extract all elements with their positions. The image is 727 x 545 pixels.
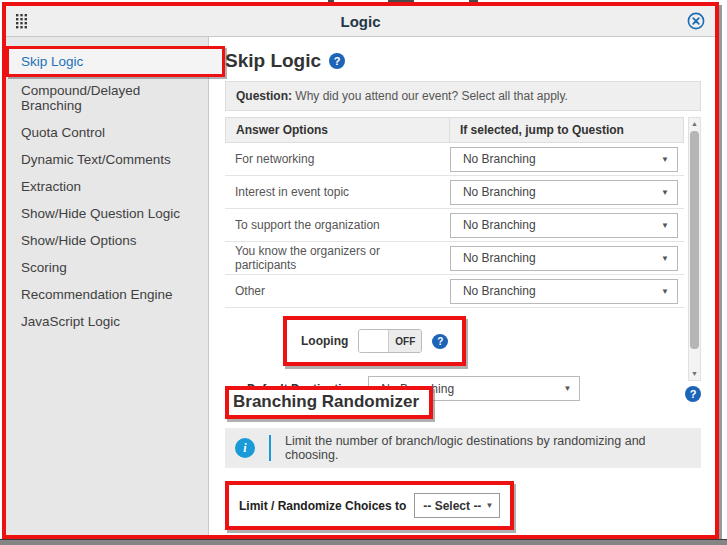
chevron-down-icon: ▼ bbox=[661, 254, 669, 263]
answer-option-label: You know the organizers or participants bbox=[225, 244, 450, 272]
page-background: Logic Skip Logic Compound/Delayed Branch… bbox=[0, 0, 727, 545]
randomizer-annotation-box: Branching Randomizer bbox=[225, 386, 433, 419]
background-page-strip bbox=[0, 539, 727, 545]
dropdown-value: No Branching bbox=[463, 185, 536, 199]
scrollbar-thumb[interactable] bbox=[690, 131, 699, 349]
jump-to-question-dropdown[interactable]: No Branching ▼ bbox=[450, 180, 678, 205]
info-icon: i bbox=[235, 438, 255, 458]
logic-modal: Logic Skip Logic Compound/Delayed Branch… bbox=[2, 2, 719, 539]
answer-option-label: Other bbox=[225, 284, 450, 298]
sidebar-item-show-hide-options[interactable]: Show/Hide Options bbox=[6, 227, 208, 254]
chevron-down-icon: ▼ bbox=[485, 501, 493, 510]
sidebar-item-skip-logic[interactable]: Skip Logic bbox=[6, 46, 225, 77]
table-row: To support the organization No Branching… bbox=[225, 209, 684, 242]
answer-option-label: Interest in event topic bbox=[225, 185, 450, 199]
panel-title: Skip Logic bbox=[225, 50, 321, 72]
limit-randomize-select[interactable]: -- Select -- ▼ bbox=[414, 493, 500, 518]
sidebar-item-show-hide-question-logic[interactable]: Show/Hide Question Logic bbox=[6, 200, 208, 227]
table-header-row: Answer Options If selected, jump to Ques… bbox=[225, 117, 684, 143]
scroll-down-icon[interactable]: ▼ bbox=[691, 368, 698, 380]
toggle-knob bbox=[359, 330, 389, 352]
sidebar-item-javascript-logic[interactable]: JavaScript Logic bbox=[6, 308, 208, 335]
help-icon[interactable]: ? bbox=[685, 386, 701, 402]
branching-randomizer-title: Branching Randomizer bbox=[233, 392, 419, 411]
sidebar-item-quota-control[interactable]: Quota Control bbox=[6, 119, 208, 146]
close-icon[interactable] bbox=[679, 12, 705, 30]
column-header-answer-options: Answer Options bbox=[226, 118, 450, 142]
logic-sidebar: Skip Logic Compound/Delayed Branching Qu… bbox=[6, 37, 209, 535]
column-header-jump-to-question: If selected, jump to Question bbox=[450, 118, 683, 142]
info-divider bbox=[269, 435, 271, 461]
chevron-down-icon: ▼ bbox=[661, 155, 669, 164]
sidebar-item-scoring[interactable]: Scoring bbox=[6, 254, 208, 281]
looping-label: Looping bbox=[301, 334, 348, 348]
modal-title: Logic bbox=[42, 13, 679, 30]
sidebar-item-compound-delayed-branching[interactable]: Compound/Delayed Branching bbox=[6, 77, 208, 119]
modal-titlebar: Logic bbox=[6, 6, 715, 37]
table-row: Interest in event topic No Branching ▼ bbox=[225, 176, 684, 209]
branching-scroll-area: Answer Options If selected, jump to Ques… bbox=[225, 117, 701, 381]
dropdown-value: No Branching bbox=[463, 251, 536, 265]
limit-annotation-box: Limit / Randomize Choices to -- Select -… bbox=[225, 481, 514, 530]
question-label: Question: bbox=[236, 89, 292, 103]
help-icon[interactable]: ? bbox=[329, 53, 345, 69]
chevron-down-icon: ▼ bbox=[661, 188, 669, 197]
limit-randomize-label: Limit / Randomize Choices to bbox=[239, 499, 406, 513]
vertical-scrollbar[interactable]: ▲ ▼ bbox=[688, 117, 701, 381]
dropdown-value: -- Select -- bbox=[423, 499, 481, 513]
dropdown-value: No Branching bbox=[463, 284, 536, 298]
answer-option-label: To support the organization bbox=[225, 218, 450, 232]
looping-toggle[interactable]: OFF bbox=[358, 329, 422, 353]
answer-option-label: For networking bbox=[225, 152, 450, 166]
table-row: Other No Branching ▼ bbox=[225, 275, 684, 308]
question-text: Why did you attend our event? Select all… bbox=[295, 89, 568, 103]
question-summary: Question: Why did you attend our event? … bbox=[225, 81, 701, 111]
scroll-up-icon[interactable]: ▲ bbox=[691, 118, 698, 130]
dropdown-value: No Branching bbox=[463, 218, 536, 232]
sidebar-item-dynamic-text-comments[interactable]: Dynamic Text/Comments bbox=[6, 146, 208, 173]
drag-handle-icon[interactable] bbox=[16, 14, 42, 29]
jump-to-question-dropdown[interactable]: No Branching ▼ bbox=[450, 246, 678, 271]
help-icon[interactable]: ? bbox=[432, 334, 448, 349]
jump-to-question-dropdown[interactable]: No Branching ▼ bbox=[450, 279, 678, 304]
table-row: You know the organizers or participants … bbox=[225, 242, 684, 275]
looping-annotation-box: Looping OFF ? bbox=[283, 316, 466, 366]
jump-to-question-dropdown[interactable]: No Branching ▼ bbox=[450, 213, 678, 238]
randomizer-info-text: Limit the number of branch/logic destina… bbox=[285, 434, 691, 462]
sidebar-item-extraction[interactable]: Extraction bbox=[6, 173, 208, 200]
chevron-down-icon: ▼ bbox=[661, 287, 669, 296]
sidebar-item-recommendation-engine[interactable]: Recommendation Engine bbox=[6, 281, 208, 308]
skip-logic-panel: Skip Logic ? Question: Why did you atten… bbox=[209, 37, 715, 535]
chevron-down-icon: ▼ bbox=[661, 221, 669, 230]
jump-to-question-dropdown[interactable]: No Branching ▼ bbox=[450, 147, 678, 172]
table-row: For networking No Branching ▼ bbox=[225, 143, 684, 176]
dropdown-value: No Branching bbox=[463, 152, 536, 166]
randomizer-info-bar: i Limit the number of branch/logic desti… bbox=[225, 428, 701, 468]
toggle-state-label: OFF bbox=[389, 330, 421, 352]
